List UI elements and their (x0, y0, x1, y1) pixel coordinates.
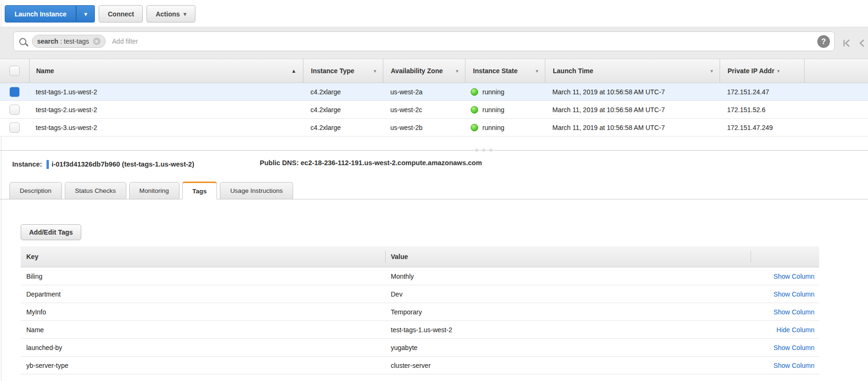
detail-tabs: Description Status Checks Monitoring Tag… (9, 182, 868, 199)
tab-monitoring[interactable]: Monitoring (129, 182, 179, 199)
launch-time: March 11, 2019 at 10:56:58 AM UTC-7 (545, 106, 720, 114)
launch-time: March 11, 2019 at 10:56:58 AM UTC-7 (545, 124, 720, 131)
previous-page-icon[interactable] (858, 38, 866, 49)
running-status-icon (471, 88, 478, 96)
show-column-link[interactable]: Show Column (774, 362, 814, 369)
column-header-availability-zone[interactable]: Availability Zone▾ (383, 59, 465, 83)
filter-chip[interactable]: search : test-tags × (32, 35, 106, 48)
show-column-link[interactable]: Show Column (774, 308, 814, 316)
chevron-down-icon: ▾ (535, 68, 538, 74)
tag-row: Department Dev Show Column (21, 285, 819, 303)
tab-tags[interactable]: Tags (182, 182, 217, 199)
tag-row: launched-by yugabyte Show Column (21, 339, 819, 357)
availability-zone: us-west-2c (383, 106, 465, 114)
connect-button[interactable]: Connect (99, 5, 143, 23)
launch-time: March 11, 2019 at 10:56:58 AM UTC-7 (545, 88, 720, 96)
show-column-link[interactable]: Show Column (774, 344, 814, 351)
instance-row-3[interactable]: test-tags-3.us-west-2 c4.2xlarge us-west… (0, 119, 868, 137)
select-all-checkbox[interactable] (9, 66, 20, 76)
actions-button[interactable]: Actions▾ (147, 5, 195, 23)
row-checkbox[interactable] (9, 122, 20, 133)
column-header-instance-type[interactable]: Instance Type▾ (303, 59, 383, 83)
tag-key: MyInfo (21, 308, 385, 316)
instance-row-2[interactable]: test-tags-2.us-west-2 c4.2xlarge us-west… (0, 101, 868, 119)
column-header-key: Key (21, 246, 385, 267)
drag-handle-icon[interactable] (475, 149, 492, 152)
sort-ascending-icon: ▲ (291, 68, 296, 74)
instance-label: Instance: (12, 160, 42, 168)
tab-status-checks[interactable]: Status Checks (65, 182, 126, 199)
instance-type: c4.2xlarge (303, 124, 383, 131)
tab-description[interactable]: Description (9, 182, 62, 199)
instance-id: i-01f3d41326db7b960 (test-tags-1.us-west… (52, 160, 194, 168)
search-icon (19, 38, 26, 45)
show-column-link[interactable]: Show Column (774, 290, 814, 298)
help-icon[interactable]: ? (817, 35, 830, 48)
instances-table: Name▲ Instance Type▾ Availability Zone▾ … (0, 59, 868, 137)
tag-key: Department (21, 290, 385, 298)
column-header-name[interactable]: Name▲ (29, 59, 303, 83)
instance-name: test-tags-3.us-west-2 (29, 124, 303, 131)
column-header-value: Value (385, 246, 751, 267)
instance-state: running (482, 106, 504, 114)
tab-usage-instructions[interactable]: Usage Instructions (220, 182, 293, 199)
launch-instance-button[interactable]: Launch Instance (5, 5, 76, 23)
filter-chip-value: : test-tags (60, 38, 89, 45)
tag-key: yb-server-type (21, 362, 385, 369)
add-edit-tags-button[interactable]: Add/Edit Tags (21, 224, 81, 240)
tag-key: Name (21, 326, 385, 334)
hide-column-link[interactable]: Hide Column (776, 326, 814, 334)
tag-row: Name test-tags-1.us-west-2 Hide Column (21, 321, 819, 339)
launch-instance-dropdown-button[interactable]: ▾ (76, 5, 95, 23)
selection-bar-icon (46, 160, 49, 169)
tag-row: MyInfo Temporary Show Column (21, 303, 819, 321)
instance-state: running (482, 124, 504, 131)
instance-state: running (482, 88, 504, 96)
instance-row-1[interactable]: test-tags-1.us-west-2 c4.2xlarge us-west… (0, 83, 868, 101)
chevron-down-icon: ▾ (84, 11, 87, 17)
instance-name: test-tags-2.us-west-2 (29, 106, 303, 114)
instance-type: c4.2xlarge (303, 106, 383, 114)
tag-row: Biling Monthly Show Column (21, 267, 819, 285)
tag-row: yb-server-type cluster-server Show Colum… (21, 357, 819, 374)
availability-zone: us-west-2b (383, 124, 465, 131)
instance-name: test-tags-1.us-west-2 (29, 88, 303, 96)
remove-filter-icon[interactable]: × (93, 38, 101, 45)
ec2-console: Launch Instance ▾ Connect Actions▾ searc… (0, 0, 868, 381)
search-input[interactable]: search : test-tags × Add filter ? (13, 31, 835, 51)
private-ip: 172.151.47.249 (720, 124, 804, 131)
column-header-instance-state[interactable]: Instance State▾ (465, 59, 545, 83)
column-header-launch-time[interactable]: Launch Time▾ (545, 59, 720, 83)
column-header-private-ip[interactable]: Private IP Addr▾ (720, 59, 804, 83)
tag-value: yugabyte (385, 344, 751, 351)
add-filter-placeholder[interactable]: Add filter (112, 38, 138, 45)
row-checkbox[interactable] (9, 87, 20, 97)
private-ip: 172.151.24.47 (720, 88, 804, 96)
running-status-icon (471, 106, 478, 114)
tag-value: cluster-server (385, 362, 751, 369)
pagination (842, 38, 866, 49)
tags-table: Key Value Biling Monthly Show Column Dep… (21, 246, 819, 374)
pane-divider (0, 150, 868, 151)
availability-zone: us-west-2a (383, 88, 465, 96)
public-dns-value: ec2-18-236-112-191.us-west-2.compute.ama… (301, 159, 482, 167)
tag-value: Dev (385, 290, 751, 298)
first-page-icon[interactable] (842, 38, 852, 49)
private-ip: 172.151.52.6 (720, 106, 804, 114)
tag-value: Temporary (385, 308, 751, 316)
chevron-down-icon: ▾ (373, 68, 376, 74)
public-dns-label: Public DNS: (260, 159, 299, 167)
tag-value: Monthly (385, 273, 751, 280)
instance-type: c4.2xlarge (303, 88, 383, 96)
running-status-icon (471, 124, 478, 131)
show-column-link[interactable]: Show Column (774, 273, 814, 280)
row-checkbox[interactable] (9, 105, 20, 115)
chevron-down-icon: ▾ (710, 68, 713, 74)
tag-key: launched-by (21, 344, 385, 351)
instance-detail-header: Instance: i-01f3d41326db7b960 (test-tags… (12, 159, 858, 169)
toolbar: Launch Instance ▾ Connect Actions▾ (5, 5, 195, 23)
filter-chip-key: search (37, 38, 58, 45)
tag-key: Biling (21, 273, 385, 280)
chevron-down-icon: ▾ (184, 11, 186, 17)
chevron-down-icon: ▾ (777, 68, 780, 74)
